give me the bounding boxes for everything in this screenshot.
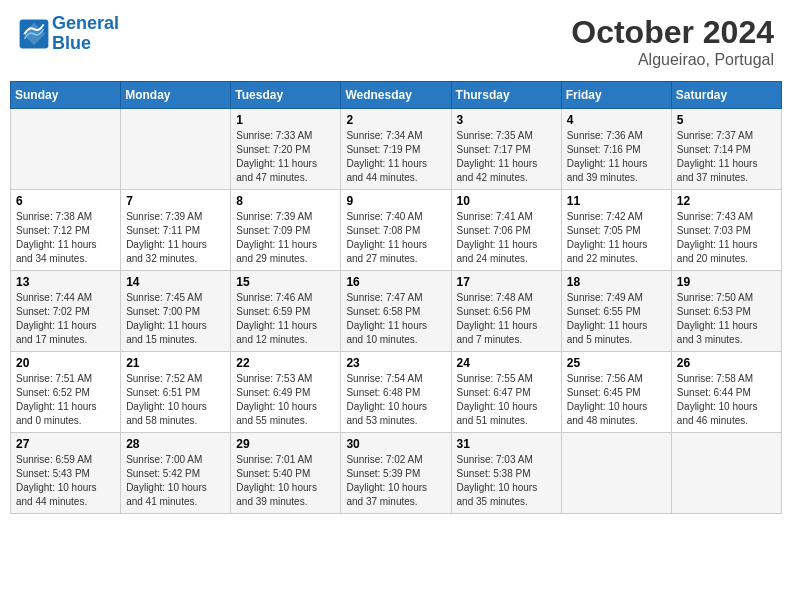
day-info: Sunrise: 7:51 AM Sunset: 6:52 PM Dayligh… [16,372,115,428]
day-of-week-header: Saturday [671,82,781,109]
day-number: 21 [126,356,225,370]
day-number: 20 [16,356,115,370]
day-number: 9 [346,194,445,208]
day-number: 1 [236,113,335,127]
day-number: 5 [677,113,776,127]
calendar-cell: 19Sunrise: 7:50 AM Sunset: 6:53 PM Dayli… [671,271,781,352]
calendar-cell: 30Sunrise: 7:02 AM Sunset: 5:39 PM Dayli… [341,433,451,514]
day-number: 29 [236,437,335,451]
day-info: Sunrise: 7:56 AM Sunset: 6:45 PM Dayligh… [567,372,666,428]
day-info: Sunrise: 7:58 AM Sunset: 6:44 PM Dayligh… [677,372,776,428]
calendar-cell [561,433,671,514]
calendar-cell: 29Sunrise: 7:01 AM Sunset: 5:40 PM Dayli… [231,433,341,514]
day-info: Sunrise: 7:34 AM Sunset: 7:19 PM Dayligh… [346,129,445,185]
calendar-cell: 18Sunrise: 7:49 AM Sunset: 6:55 PM Dayli… [561,271,671,352]
day-number: 30 [346,437,445,451]
day-of-week-header: Friday [561,82,671,109]
calendar-cell: 21Sunrise: 7:52 AM Sunset: 6:51 PM Dayli… [121,352,231,433]
calendar-cell: 14Sunrise: 7:45 AM Sunset: 7:00 PM Dayli… [121,271,231,352]
calendar-week-row: 1Sunrise: 7:33 AM Sunset: 7:20 PM Daylig… [11,109,782,190]
day-number: 4 [567,113,666,127]
calendar-cell: 2Sunrise: 7:34 AM Sunset: 7:19 PM Daylig… [341,109,451,190]
day-info: Sunrise: 7:03 AM Sunset: 5:38 PM Dayligh… [457,453,556,509]
day-number: 10 [457,194,556,208]
day-info: Sunrise: 7:55 AM Sunset: 6:47 PM Dayligh… [457,372,556,428]
calendar-cell: 3Sunrise: 7:35 AM Sunset: 7:17 PM Daylig… [451,109,561,190]
day-number: 14 [126,275,225,289]
calendar-cell: 17Sunrise: 7:48 AM Sunset: 6:56 PM Dayli… [451,271,561,352]
day-info: Sunrise: 7:50 AM Sunset: 6:53 PM Dayligh… [677,291,776,347]
day-info: Sunrise: 7:36 AM Sunset: 7:16 PM Dayligh… [567,129,666,185]
calendar-cell: 24Sunrise: 7:55 AM Sunset: 6:47 PM Dayli… [451,352,561,433]
calendar-cell: 6Sunrise: 7:38 AM Sunset: 7:12 PM Daylig… [11,190,121,271]
calendar-cell: 7Sunrise: 7:39 AM Sunset: 7:11 PM Daylig… [121,190,231,271]
day-of-week-header: Monday [121,82,231,109]
day-number: 23 [346,356,445,370]
day-number: 12 [677,194,776,208]
calendar-cell: 26Sunrise: 7:58 AM Sunset: 6:44 PM Dayli… [671,352,781,433]
day-info: Sunrise: 7:40 AM Sunset: 7:08 PM Dayligh… [346,210,445,266]
day-number: 6 [16,194,115,208]
logo-text: General Blue [52,14,119,54]
day-of-week-header: Thursday [451,82,561,109]
day-info: Sunrise: 7:53 AM Sunset: 6:49 PM Dayligh… [236,372,335,428]
location-title: Algueirao, Portugal [571,51,774,69]
calendar-cell: 11Sunrise: 7:42 AM Sunset: 7:05 PM Dayli… [561,190,671,271]
day-number: 18 [567,275,666,289]
day-info: Sunrise: 7:45 AM Sunset: 7:00 PM Dayligh… [126,291,225,347]
day-info: Sunrise: 7:38 AM Sunset: 7:12 PM Dayligh… [16,210,115,266]
calendar-cell: 1Sunrise: 7:33 AM Sunset: 7:20 PM Daylig… [231,109,341,190]
calendar-cell: 23Sunrise: 7:54 AM Sunset: 6:48 PM Dayli… [341,352,451,433]
logo-icon [18,18,50,50]
calendar-week-row: 6Sunrise: 7:38 AM Sunset: 7:12 PM Daylig… [11,190,782,271]
day-number: 27 [16,437,115,451]
day-number: 3 [457,113,556,127]
day-number: 8 [236,194,335,208]
month-title: October 2024 [571,14,774,51]
day-number: 25 [567,356,666,370]
calendar-week-row: 13Sunrise: 7:44 AM Sunset: 7:02 PM Dayli… [11,271,782,352]
day-of-week-header: Wednesday [341,82,451,109]
calendar-cell: 9Sunrise: 7:40 AM Sunset: 7:08 PM Daylig… [341,190,451,271]
day-number: 24 [457,356,556,370]
day-info: Sunrise: 7:41 AM Sunset: 7:06 PM Dayligh… [457,210,556,266]
day-info: Sunrise: 7:35 AM Sunset: 7:17 PM Dayligh… [457,129,556,185]
day-number: 2 [346,113,445,127]
day-number: 15 [236,275,335,289]
calendar-cell: 20Sunrise: 7:51 AM Sunset: 6:52 PM Dayli… [11,352,121,433]
calendar-cell [121,109,231,190]
day-info: Sunrise: 7:39 AM Sunset: 7:11 PM Dayligh… [126,210,225,266]
day-info: Sunrise: 7:47 AM Sunset: 6:58 PM Dayligh… [346,291,445,347]
day-info: Sunrise: 7:48 AM Sunset: 6:56 PM Dayligh… [457,291,556,347]
day-number: 22 [236,356,335,370]
calendar-cell: 31Sunrise: 7:03 AM Sunset: 5:38 PM Dayli… [451,433,561,514]
calendar-cell: 4Sunrise: 7:36 AM Sunset: 7:16 PM Daylig… [561,109,671,190]
day-number: 11 [567,194,666,208]
day-of-week-header: Tuesday [231,82,341,109]
day-info: Sunrise: 7:44 AM Sunset: 7:02 PM Dayligh… [16,291,115,347]
calendar-cell: 8Sunrise: 7:39 AM Sunset: 7:09 PM Daylig… [231,190,341,271]
calendar-cell [671,433,781,514]
day-info: Sunrise: 7:02 AM Sunset: 5:39 PM Dayligh… [346,453,445,509]
day-info: Sunrise: 7:01 AM Sunset: 5:40 PM Dayligh… [236,453,335,509]
logo-line2: Blue [52,33,91,53]
day-info: Sunrise: 7:39 AM Sunset: 7:09 PM Dayligh… [236,210,335,266]
calendar-cell: 25Sunrise: 7:56 AM Sunset: 6:45 PM Dayli… [561,352,671,433]
calendar-cell: 13Sunrise: 7:44 AM Sunset: 7:02 PM Dayli… [11,271,121,352]
day-info: Sunrise: 7:49 AM Sunset: 6:55 PM Dayligh… [567,291,666,347]
title-block: October 2024 Algueirao, Portugal [571,14,774,69]
day-info: Sunrise: 7:52 AM Sunset: 6:51 PM Dayligh… [126,372,225,428]
day-number: 17 [457,275,556,289]
day-info: Sunrise: 7:43 AM Sunset: 7:03 PM Dayligh… [677,210,776,266]
day-number: 16 [346,275,445,289]
day-number: 7 [126,194,225,208]
calendar-table: SundayMondayTuesdayWednesdayThursdayFrid… [10,81,782,514]
day-info: Sunrise: 7:37 AM Sunset: 7:14 PM Dayligh… [677,129,776,185]
day-number: 31 [457,437,556,451]
day-info: Sunrise: 7:00 AM Sunset: 5:42 PM Dayligh… [126,453,225,509]
day-info: Sunrise: 6:59 AM Sunset: 5:43 PM Dayligh… [16,453,115,509]
logo: General Blue [18,14,119,54]
calendar-cell: 27Sunrise: 6:59 AM Sunset: 5:43 PM Dayli… [11,433,121,514]
calendar-cell: 10Sunrise: 7:41 AM Sunset: 7:06 PM Dayli… [451,190,561,271]
calendar-week-row: 27Sunrise: 6:59 AM Sunset: 5:43 PM Dayli… [11,433,782,514]
